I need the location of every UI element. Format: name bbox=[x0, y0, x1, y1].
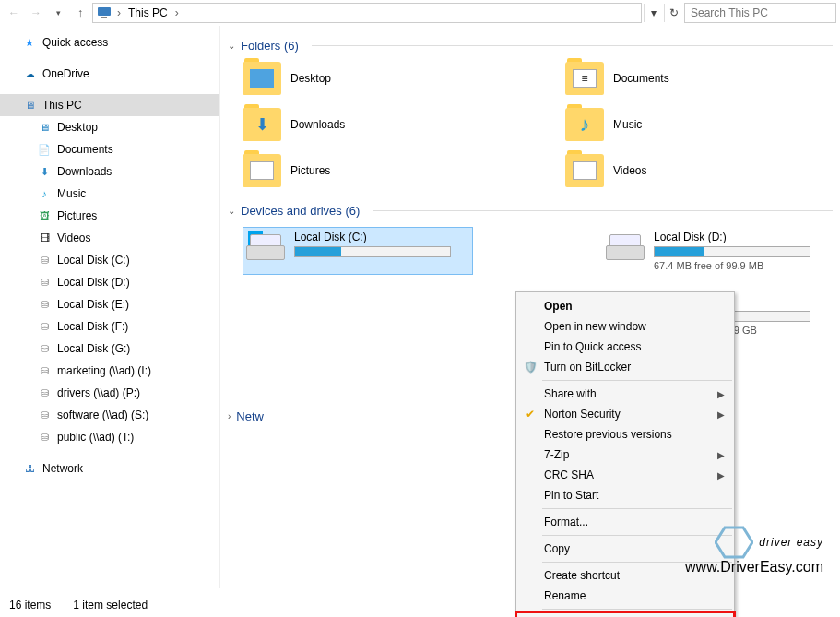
sidebar-item-pictures[interactable]: 🖼Pictures bbox=[0, 205, 219, 227]
folder-label: Downloads bbox=[290, 118, 345, 131]
folder-music[interactable]: ♪Music bbox=[565, 108, 750, 141]
menu-open-in-new-window[interactable]: Open in new window bbox=[516, 316, 734, 337]
sidebar-item-quick-access[interactable]: ★Quick access bbox=[0, 31, 219, 53]
nav-up[interactable]: ↑ bbox=[70, 3, 90, 23]
menu-item-label: Create shortcut bbox=[544, 569, 620, 582]
drive-local-disk-c-[interactable]: Local Disk (C:) bbox=[243, 227, 473, 275]
sidebar-item-software-ad-s-[interactable]: ⛁software (\\ad) (S:) bbox=[0, 404, 219, 426]
menu-copy[interactable]: Copy bbox=[516, 539, 734, 559]
folder-icon: ♪ bbox=[565, 108, 604, 141]
netdrv-icon: ⛁ bbox=[37, 386, 52, 400]
menu-item-label: Copy bbox=[544, 542, 570, 555]
folder-label: Pictures bbox=[290, 164, 330, 177]
menu-turn-on-bitlocker[interactable]: 🛡️Turn on BitLocker bbox=[516, 357, 734, 377]
sidebar-item-local-disk-d-[interactable]: ⛁Local Disk (D:) bbox=[0, 271, 219, 293]
netdrv-icon: ⛁ bbox=[37, 363, 52, 378]
drive-label: Local Disk (C:) bbox=[294, 231, 451, 243]
menu-item-label: Open in new window bbox=[544, 320, 646, 333]
pc-icon: 🖥 bbox=[22, 98, 37, 113]
nav-recent[interactable]: ▾ bbox=[48, 3, 68, 23]
chevron-right-icon: › bbox=[228, 411, 231, 421]
chevron-right-icon: ▶ bbox=[717, 409, 725, 420]
sidebar-item-label: Desktop bbox=[57, 121, 98, 134]
sidebar-item-label: Pictures bbox=[57, 209, 97, 222]
menu-share-with[interactable]: Share with▶ bbox=[516, 384, 734, 404]
menu-open[interactable]: Open bbox=[516, 296, 734, 316]
nav-back[interactable]: ← bbox=[4, 3, 24, 23]
sidebar-item-onedrive[interactable]: ☁OneDrive bbox=[0, 63, 219, 85]
chevron-down-icon: ⌄ bbox=[228, 41, 235, 51]
menu-restore-previous-versions[interactable]: Restore previous versions bbox=[516, 424, 734, 445]
sidebar-item-local-disk-c-[interactable]: ⛁Local Disk (C:) bbox=[0, 249, 219, 271]
menu-pin-to-start[interactable]: Pin to Start bbox=[516, 485, 734, 505]
refresh-button[interactable]: ↻ bbox=[664, 4, 682, 22]
folder-videos[interactable]: Videos bbox=[565, 154, 750, 187]
folder-downloads[interactable]: ⬇Downloads bbox=[243, 108, 427, 141]
disk-icon: ⛁ bbox=[37, 319, 52, 334]
menu-item-label: Turn on BitLocker bbox=[544, 361, 631, 374]
drive-local-disk-d-[interactable]: Local Disk (D:)67.4 MB free of 99.9 MB bbox=[602, 227, 833, 275]
nav-forward[interactable]: → bbox=[26, 3, 46, 23]
sidebar-item-local-disk-f-[interactable]: ⛁Local Disk (F:) bbox=[0, 315, 219, 338]
sidebar-item-public-ad-t-[interactable]: ⛁public (\\ad) (T:) bbox=[0, 426, 219, 448]
folder-icon bbox=[243, 154, 281, 187]
sidebar-item-label: drivers (\\ad) (P:) bbox=[57, 386, 140, 399]
shield-icon: ✔ bbox=[523, 407, 538, 421]
drive-label: Local Disk (D:) bbox=[654, 231, 810, 243]
group-header-drives[interactable]: ⌄ Devices and drives (6) bbox=[228, 204, 833, 218]
breadcrumb-location[interactable]: This PC bbox=[126, 6, 170, 19]
address-dropdown[interactable]: ▾ bbox=[644, 4, 662, 22]
menu-item-label: CRC SHA bbox=[544, 469, 594, 481]
sidebar-item-label: Local Disk (C:) bbox=[57, 254, 130, 267]
menu-crc-sha[interactable]: CRC SHA▶ bbox=[516, 465, 734, 485]
menu-item-label: Rename bbox=[544, 589, 586, 602]
search-input[interactable]: Search This PC bbox=[684, 3, 836, 23]
disk-icon bbox=[246, 231, 285, 260]
menu-properties[interactable]: Properties bbox=[516, 612, 734, 617]
chevron-right-icon: › bbox=[115, 6, 123, 19]
menu-7-zip[interactable]: 7-Zip▶ bbox=[516, 445, 734, 465]
folder-desktop[interactable]: Desktop bbox=[243, 62, 427, 95]
netdrv-icon: ⛁ bbox=[37, 408, 52, 422]
drive-freespace: 67.4 MB free of 99.9 MB bbox=[654, 260, 810, 271]
sidebar-item-local-disk-e-[interactable]: ⛁Local Disk (E:) bbox=[0, 293, 219, 315]
net-icon: 🖧 bbox=[22, 461, 37, 476]
sidebar-item-network[interactable]: 🖧Network bbox=[0, 457, 219, 480]
disk-icon: ⛁ bbox=[37, 275, 52, 290]
sidebar-item-documents[interactable]: 📄Documents bbox=[0, 138, 219, 160]
sidebar-item-label: This PC bbox=[42, 99, 82, 112]
disk-icon: ⛁ bbox=[37, 341, 52, 356]
sidebar-item-music[interactable]: ♪Music bbox=[0, 183, 219, 205]
folder-pictures[interactable]: Pictures bbox=[243, 154, 427, 187]
menu-norton-security[interactable]: ✔Norton Security▶ bbox=[516, 404, 734, 424]
menu-item-label: Open bbox=[544, 300, 573, 313]
sidebar-item-this-pc[interactable]: 🖥This PC bbox=[0, 94, 219, 116]
svg-rect-0 bbox=[98, 7, 111, 16]
status-selection: 1 item selected bbox=[73, 599, 148, 611]
disk-icon bbox=[606, 231, 645, 260]
sidebar-item-drivers-ad-p-[interactable]: ⛁drivers (\\ad) (P:) bbox=[0, 382, 219, 404]
chevron-right-icon: ▶ bbox=[717, 389, 725, 399]
folder-documents[interactable]: ≡Documents bbox=[565, 62, 750, 95]
sidebar-item-label: Music bbox=[57, 187, 86, 200]
sidebar-item-desktop[interactable]: 🖥Desktop bbox=[0, 116, 219, 138]
menu-create-shortcut[interactable]: Create shortcut bbox=[516, 565, 734, 586]
sidebar-item-marketing-ad-i-[interactable]: ⛁marketing (\\ad) (I:) bbox=[0, 360, 219, 382]
folder-icon: ⬇ bbox=[243, 108, 281, 141]
address-bar[interactable]: › This PC › bbox=[92, 3, 642, 23]
music-icon: ♪ bbox=[37, 186, 52, 201]
group-header-folders[interactable]: ⌄ Folders (6) bbox=[228, 39, 833, 53]
sidebar-item-videos[interactable]: 🎞Videos bbox=[0, 227, 219, 249]
menu-rename[interactable]: Rename bbox=[516, 586, 734, 606]
folder-icon bbox=[565, 154, 604, 187]
disk-icon: ⛁ bbox=[37, 297, 52, 312]
menu-pin-to-quick-access[interactable]: Pin to Quick access bbox=[516, 337, 734, 357]
status-bar: 16 items 1 item selected bbox=[0, 593, 157, 617]
sidebar-item-label: Local Disk (F:) bbox=[57, 320, 128, 333]
sidebar-item-downloads[interactable]: ⬇Downloads bbox=[0, 160, 219, 183]
sidebar-item-label: software (\\ad) (S:) bbox=[57, 409, 148, 421]
menu-format-[interactable]: Format... bbox=[516, 512, 734, 532]
onedrive-icon: ☁ bbox=[22, 66, 37, 81]
sidebar-item-local-disk-g-[interactable]: ⛁Local Disk (G:) bbox=[0, 338, 219, 360]
sidebar-item-label: Network bbox=[42, 462, 83, 475]
